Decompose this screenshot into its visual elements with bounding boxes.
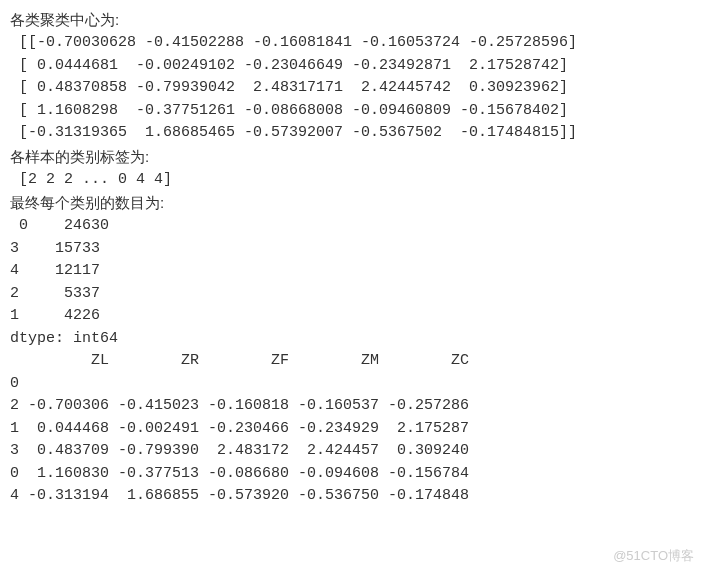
cluster-centers-matrix: [[-0.70030628 -0.41502288 -0.16081841 -0… xyxy=(10,32,694,145)
heading-labels: 各样本的类别标签为: xyxy=(10,145,694,169)
class-counts-block: 0 24630 3 15733 4 12117 2 5337 1 4226 dt… xyxy=(10,215,694,350)
heading-counts: 最终每个类别的数目为: xyxy=(10,191,694,215)
sample-labels-array: [2 2 2 ... 0 4 4] xyxy=(10,169,694,192)
centers-dataframe: ZL ZR ZF ZM ZC 0 2 -0.700306 -0.415023 -… xyxy=(10,350,694,508)
heading-centers: 各类聚类中心为: xyxy=(10,8,694,32)
